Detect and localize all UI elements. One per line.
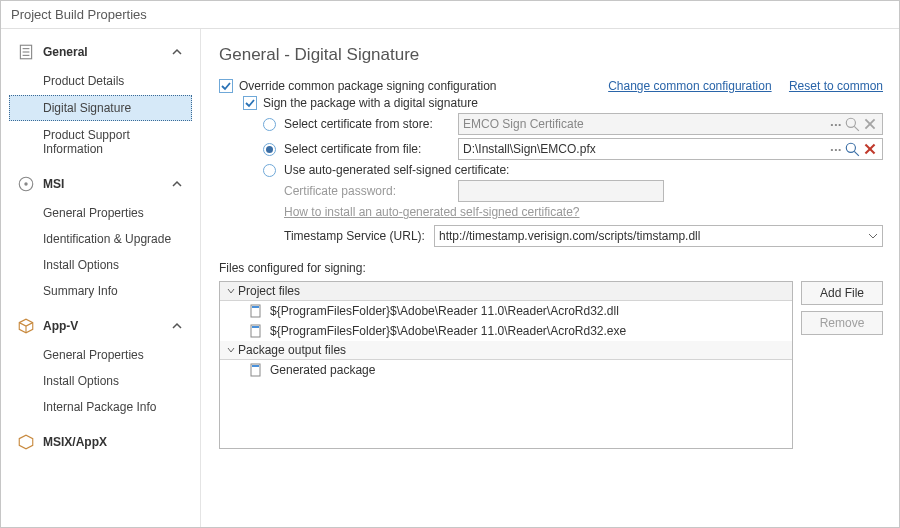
- ellipsis-icon[interactable]: •••: [831, 145, 842, 154]
- chevron-up-icon: [170, 177, 184, 191]
- cert-file-radio[interactable]: [263, 143, 276, 156]
- sidebar-item-product-support-information[interactable]: Product Support Information: [9, 123, 192, 161]
- file-icon: [248, 362, 264, 378]
- cert-file-input[interactable]: D:\Install\Sign\EMCO.pfx •••: [458, 138, 883, 160]
- ellipsis-icon[interactable]: •••: [831, 120, 842, 129]
- file-icon: [248, 303, 264, 319]
- svg-line-11: [854, 151, 859, 156]
- sidebar-group-appv[interactable]: App-V: [9, 311, 192, 341]
- file-icon: [248, 323, 264, 339]
- timestamp-url-combobox[interactable]: http://timestamp.verisign.com/scripts/ti…: [434, 225, 883, 247]
- svg-rect-19: [252, 365, 259, 367]
- sidebar-item-summary-info[interactable]: Summary Info: [9, 279, 192, 303]
- page-title: General - Digital Signature: [219, 45, 883, 65]
- svg-point-10: [846, 143, 855, 152]
- tree-row-label: Generated package: [270, 363, 375, 377]
- cert-password-label: Certificate password:: [284, 184, 452, 198]
- collapse-icon[interactable]: [226, 345, 238, 355]
- sidebar: General Product Details Digital Signatur…: [1, 29, 201, 527]
- timestamp-url-value: http://timestamp.verisign.com/scripts/ti…: [439, 229, 700, 243]
- sidebar-group-msi[interactable]: MSI: [9, 169, 192, 199]
- svg-line-7: [854, 126, 859, 131]
- tree-row[interactable]: Generated package: [220, 360, 792, 380]
- tree-group-project-files[interactable]: Project files: [220, 282, 792, 301]
- svg-rect-15: [252, 306, 259, 308]
- sidebar-item-msi-general-properties[interactable]: General Properties: [9, 201, 192, 225]
- cert-auto-label: Use auto-generated self-signed certifica…: [284, 163, 509, 177]
- change-common-config-link[interactable]: Change common configuration: [608, 79, 771, 93]
- sidebar-group-label: MSI: [43, 177, 64, 191]
- sidebar-item-appv-general-properties[interactable]: General Properties: [9, 343, 192, 367]
- svg-rect-17: [252, 326, 259, 328]
- files-configured-label: Files configured for signing:: [219, 261, 366, 275]
- chevron-up-icon: [170, 319, 184, 333]
- search-icon[interactable]: [844, 116, 860, 132]
- signing-files-tree[interactable]: Project files ${ProgramFilesFolder}$\Ado…: [219, 281, 793, 449]
- tree-group-label: Project files: [238, 284, 300, 298]
- sidebar-item-digital-signature[interactable]: Digital Signature: [9, 95, 192, 121]
- override-label: Override common package signing configur…: [239, 79, 496, 93]
- cert-password-input[interactable]: [458, 180, 664, 202]
- sidebar-group-general[interactable]: General: [9, 37, 192, 67]
- chevron-up-icon: [170, 45, 184, 59]
- sidebar-item-msi-install-options[interactable]: Install Options: [9, 253, 192, 277]
- collapse-icon[interactable]: [226, 286, 238, 296]
- cert-file-label: Select certificate from file:: [284, 142, 452, 156]
- override-checkbox[interactable]: [219, 79, 233, 93]
- package-icon: [17, 317, 35, 335]
- disc-icon: [17, 175, 35, 193]
- svg-point-5: [24, 182, 27, 185]
- svg-point-6: [846, 118, 855, 127]
- tree-group-package-output[interactable]: Package output files: [220, 341, 792, 360]
- sidebar-item-appv-install-options[interactable]: Install Options: [9, 369, 192, 393]
- dropdown-icon[interactable]: [868, 231, 878, 241]
- sidebar-group-msix[interactable]: MSIX/AppX: [9, 427, 192, 457]
- tree-group-label: Package output files: [238, 343, 346, 357]
- clear-icon[interactable]: [862, 141, 878, 157]
- add-file-button[interactable]: Add File: [801, 281, 883, 305]
- cert-store-input[interactable]: EMCO Sign Certificate •••: [458, 113, 883, 135]
- sign-package-label: Sign the package with a digital signatur…: [263, 96, 478, 110]
- sidebar-item-internal-package-info[interactable]: Internal Package Info: [9, 395, 192, 419]
- tree-row[interactable]: ${ProgramFilesFolder}$\Adobe\Reader 11.0…: [220, 321, 792, 341]
- tree-row[interactable]: ${ProgramFilesFolder}$\Adobe\Reader 11.0…: [220, 301, 792, 321]
- cert-store-value: EMCO Sign Certificate: [463, 117, 584, 131]
- window-title: Project Build Properties: [1, 1, 899, 29]
- package-icon: [17, 433, 35, 451]
- sign-package-checkbox[interactable]: [243, 96, 257, 110]
- howto-install-cert-link[interactable]: How to install an auto-generated self-si…: [284, 205, 580, 219]
- doc-icon: [17, 43, 35, 61]
- cert-auto-radio[interactable]: [263, 164, 276, 177]
- sidebar-group-label: General: [43, 45, 88, 59]
- tree-row-label: ${ProgramFilesFolder}$\Adobe\Reader 11.0…: [270, 304, 619, 318]
- clear-icon[interactable]: [862, 116, 878, 132]
- sidebar-group-label: App-V: [43, 319, 78, 333]
- remove-button[interactable]: Remove: [801, 311, 883, 335]
- sidebar-item-product-details[interactable]: Product Details: [9, 69, 192, 93]
- timestamp-label: Timestamp Service (URL):: [284, 229, 428, 243]
- tree-row-label: ${ProgramFilesFolder}$\Adobe\Reader 11.0…: [270, 324, 626, 338]
- reset-to-common-link[interactable]: Reset to common: [789, 79, 883, 93]
- sidebar-item-identification-upgrade[interactable]: Identification & Upgrade: [9, 227, 192, 251]
- cert-file-value: D:\Install\Sign\EMCO.pfx: [463, 142, 596, 156]
- search-icon[interactable]: [844, 141, 860, 157]
- sidebar-group-label: MSIX/AppX: [43, 435, 107, 449]
- cert-store-radio[interactable]: [263, 118, 276, 131]
- main-content: General - Digital Signature Override com…: [201, 29, 899, 527]
- cert-store-label: Select certificate from store:: [284, 117, 452, 131]
